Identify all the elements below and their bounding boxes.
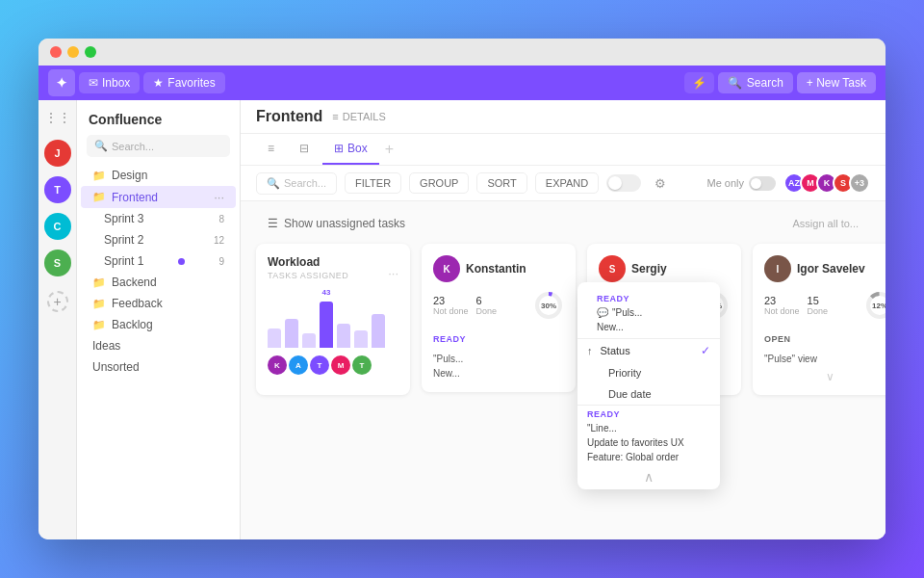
collapse-button[interactable]: ∧: [578, 464, 720, 489]
sidebar-item-sprint2[interactable]: Sprint 2 12: [81, 229, 236, 250]
hamburger-icon: ☰: [268, 217, 278, 230]
combo-task-line[interactable]: "Line...: [578, 421, 720, 435]
sidebar-item-sprint1[interactable]: Sprint 1 9: [81, 250, 236, 272]
combo-task-update[interactable]: Update to favorites UX: [578, 435, 720, 450]
task-item-1: "Puls...: [433, 352, 564, 366]
igor-pct: 12%: [872, 302, 886, 310]
w-avatar-t: T: [310, 355, 329, 375]
filter-button[interactable]: FILTER: [345, 172, 401, 194]
expand-button[interactable]: EXPAND: [535, 172, 599, 194]
sidebar-search[interactable]: 🔍 Search...: [87, 135, 230, 157]
tab-list[interactable]: ≡: [256, 134, 286, 165]
sidebar-item-backend[interactable]: 📁 Backend: [81, 272, 236, 293]
search-input[interactable]: 🔍 Search...: [256, 172, 337, 195]
project-icon-s[interactable]: S: [44, 250, 71, 276]
sidebar-item-feedback[interactable]: 📁 Feedback: [81, 293, 236, 314]
sidebar-item-sprint3[interactable]: Sprint 3 8: [81, 208, 236, 229]
view-toggle[interactable]: [606, 174, 641, 192]
assign-all-button[interactable]: Assign all to...: [793, 218, 859, 229]
sidebar-item-frontend[interactable]: 📁 Frontend ···: [81, 186, 236, 208]
project-icon-c[interactable]: C: [44, 213, 71, 240]
combo-task-feature[interactable]: Feature: Global order: [578, 450, 720, 464]
combo-task-new[interactable]: New...: [587, 320, 710, 334]
sidebar-item-ideas[interactable]: Ideas: [81, 335, 236, 356]
sidebar-icons: ⋮⋮ J T C S +: [38, 100, 77, 539]
sergiy-header: S Sergiy: [599, 255, 730, 282]
add-tab-button[interactable]: +: [381, 135, 398, 164]
igor-expand[interactable]: ∨: [764, 370, 886, 383]
check-icon: ✓: [701, 344, 710, 357]
favorites-button[interactable]: ★ Favorites: [143, 72, 224, 93]
app-logo[interactable]: ✦: [48, 69, 75, 96]
sidebar-item-design[interactable]: 📁 Design: [81, 165, 236, 186]
w-avatar-t2: T: [352, 355, 372, 375]
sort-duedate-item[interactable]: Due date: [578, 383, 720, 405]
search-button[interactable]: 🔍 Search: [718, 72, 793, 93]
sort-button[interactable]: SORT: [476, 172, 526, 194]
cards-row: Workload Tasks Assigned ···: [256, 244, 870, 395]
star-icon: ★: [153, 76, 164, 90]
maximize-button[interactable]: [85, 46, 96, 58]
folder-icon: 📁: [92, 319, 106, 331]
sidebar-nav: Confluence 🔍 Search... 📁 Design 📁 Fronte…: [77, 100, 241, 539]
group-button[interactable]: GROUP: [409, 172, 469, 194]
inbox-button[interactable]: ✉ Inbox: [79, 72, 140, 93]
bolt-icon: ⚡: [692, 76, 706, 90]
title-bar: [38, 39, 886, 66]
close-button[interactable]: [50, 46, 62, 58]
sidebar-item-unsorted[interactable]: Unsorted: [81, 356, 236, 378]
bolt-button[interactable]: ⚡: [684, 72, 714, 93]
igor-not-done: 23: [764, 295, 800, 306]
new-task-button[interactable]: + New Task: [797, 72, 876, 93]
sort-status-item[interactable]: ↑ Status ✓: [578, 339, 720, 362]
avatar-group[interactable]: AZ M K S +3: [783, 172, 870, 194]
search-icon: 🔍: [94, 140, 108, 152]
workload-subtitle: Tasks Assigned: [268, 271, 348, 280]
combo-task-pulse[interactable]: 💬 "Puls...: [587, 305, 710, 320]
ready-label-2: READY: [578, 406, 720, 421]
igor-done: 15: [808, 295, 829, 306]
igor-donut: 12%: [864, 290, 886, 321]
main-area: ⋮⋮ J T C S + Confluence 🔍 Search... 📁 De…: [38, 100, 886, 539]
sidebar-item-backlog[interactable]: 📁 Backlog: [81, 314, 236, 335]
w-avatar-k: K: [268, 355, 287, 375]
minimize-button[interactable]: [67, 46, 79, 58]
igor-task-1: "Pulse" view: [764, 352, 886, 366]
sort-priority-item[interactable]: Priority: [578, 362, 720, 383]
project-icon-j[interactable]: J: [44, 140, 71, 167]
me-only-toggle: Me only: [706, 176, 776, 191]
add-project-button[interactable]: +: [47, 291, 68, 312]
konstantin-not-done: 23: [433, 295, 469, 306]
page-title: Frontend: [256, 108, 322, 125]
toolbar: 🔍 Search... FILTER GROUP SORT EXPAND ⚙ M…: [241, 166, 886, 201]
konstantin-name: Konstantin: [466, 262, 526, 276]
box-icon: ⊞: [334, 142, 344, 155]
workload-avatars: K A T M T: [268, 355, 398, 375]
app-window: ✦ ✉ Inbox ★ Favorites ⚡ 🔍 Search + New T…: [38, 39, 886, 539]
me-only-switch[interactable]: [749, 176, 776, 191]
konstantin-section: K Konstantin 23 Not done 6 Done: [422, 244, 576, 395]
top-nav: ✦ ✉ Inbox ★ Favorites ⚡ 🔍 Search + New T…: [38, 66, 886, 100]
tab-timeline[interactable]: ⊟: [288, 134, 321, 165]
grid-icon[interactable]: ⋮⋮: [44, 110, 71, 125]
details-button[interactable]: ≡ DETAILS: [332, 111, 385, 122]
konstantin-done: 6: [476, 295, 498, 306]
folder-icon: 📁: [92, 170, 106, 182]
konstantin-card: K Konstantin 23 Not done 6 Done: [422, 244, 576, 392]
board-area: ☰ Show unassigned tasks Assign all to...…: [241, 201, 886, 539]
combo-top-section: READY 💬 "Puls... New...: [578, 282, 720, 338]
workload-bars: 43: [268, 290, 398, 348]
tab-box[interactable]: ⊞ Box: [322, 134, 379, 165]
workload-menu[interactable]: ···: [388, 266, 398, 280]
chat-icon: 💬: [597, 307, 608, 318]
chevron-up-icon: ∧: [644, 469, 654, 485]
konstantin-avatar: K: [433, 255, 460, 282]
folder-icon: 📁: [92, 276, 106, 289]
project-icon-t[interactable]: T: [44, 176, 71, 203]
workload-card: Workload Tasks Assigned ···: [256, 244, 410, 395]
unassigned-row: ☰ Show unassigned tasks Assign all to...: [256, 211, 870, 236]
folder-icon: 📁: [92, 298, 106, 310]
w-avatar-m: M: [331, 355, 350, 375]
settings-button[interactable]: ⚙: [649, 171, 672, 195]
content-area: Frontend ≡ DETAILS ≡ ⊟ ⊞ Box + 🔍: [241, 100, 886, 539]
